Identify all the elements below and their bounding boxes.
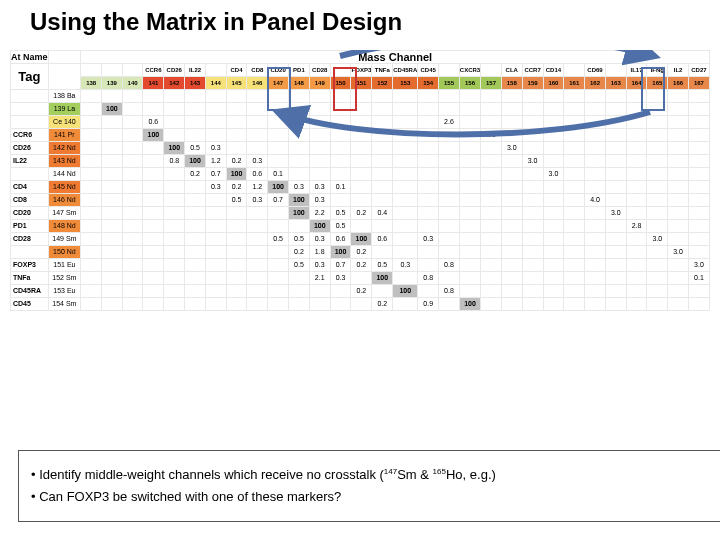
matrix-cell <box>122 284 143 297</box>
matrix-cell: 100 <box>185 154 206 167</box>
matrix-cell <box>605 89 626 102</box>
matrix-cell <box>522 167 543 180</box>
matrix-cell <box>226 102 247 115</box>
matrix-cell <box>81 102 102 115</box>
col-marker: CXCR3 <box>459 63 480 76</box>
matrix-cell <box>164 219 185 232</box>
matrix-cell <box>439 297 460 310</box>
matrix-cell <box>122 245 143 258</box>
col-marker: IL17 <box>626 63 647 76</box>
matrix-cell <box>372 115 393 128</box>
matrix-cell: 2.6 <box>439 115 460 128</box>
matrix-cell <box>247 206 268 219</box>
matrix-cell <box>605 258 626 271</box>
matrix-cell <box>143 219 164 232</box>
matrix-cell <box>393 154 418 167</box>
matrix-cell <box>164 206 185 219</box>
matrix-cell <box>185 284 206 297</box>
matrix-cell <box>226 232 247 245</box>
matrix-cell <box>481 167 502 180</box>
matrix-cell <box>418 102 439 115</box>
col-mass: 140 <box>122 76 143 89</box>
matrix-cell <box>605 115 626 128</box>
matrix-cell <box>289 271 310 284</box>
matrix-cell <box>585 167 606 180</box>
matrix-cell <box>585 115 606 128</box>
col-mass: 153 <box>393 76 418 89</box>
matrix-cell <box>439 193 460 206</box>
matrix-cell <box>668 167 689 180</box>
col-mass: 163 <box>605 76 626 89</box>
matrix-cell <box>268 128 289 141</box>
matrix-cell <box>268 154 289 167</box>
matrix-cell: 0.2 <box>351 206 372 219</box>
matrix-cell <box>543 232 564 245</box>
row-tag: 147 Sm <box>48 206 81 219</box>
matrix-cell: 100 <box>289 193 310 206</box>
matrix-cell <box>205 271 226 284</box>
matrix-cell <box>543 206 564 219</box>
matrix-cell: 0.3 <box>309 232 330 245</box>
matrix-cell <box>439 180 460 193</box>
matrix-cell <box>143 284 164 297</box>
matrix-cell <box>372 245 393 258</box>
matrix-cell <box>122 167 143 180</box>
matrix-cell <box>81 284 102 297</box>
matrix-cell <box>351 115 372 128</box>
table-row: IL22143 Nd0.81001.20.20.33.0 <box>11 154 710 167</box>
matrix-cell: 0.2 <box>226 180 247 193</box>
matrix-cell <box>185 245 206 258</box>
matrix-cell <box>501 297 522 310</box>
matrix-cell <box>330 141 351 154</box>
matrix-cell <box>185 219 206 232</box>
crosstalk-matrix: At NameMass ChannelTagCCR6CD26IL22CD4CD8… <box>10 50 710 311</box>
matrix-cell <box>688 141 709 154</box>
col-mass: 142 <box>164 76 185 89</box>
matrix-cell <box>81 219 102 232</box>
matrix-cell <box>247 115 268 128</box>
matrix-cell <box>501 180 522 193</box>
bullet-1: • Identify middle-weight channels which … <box>31 467 715 483</box>
matrix-cell <box>101 89 122 102</box>
col-mass: 148 <box>289 76 310 89</box>
matrix-cell <box>626 128 647 141</box>
matrix-cell: 0.8 <box>418 271 439 284</box>
notes-box: • Identify middle-weight channels which … <box>18 450 720 522</box>
matrix-cell <box>418 284 439 297</box>
matrix-cell <box>626 245 647 258</box>
matrix-cell <box>626 102 647 115</box>
matrix-cell <box>164 102 185 115</box>
matrix-cell: 0.8 <box>439 284 460 297</box>
matrix-cell <box>143 206 164 219</box>
matrix-cell <box>81 154 102 167</box>
matrix-cell <box>605 167 626 180</box>
matrix-cell: 0.5 <box>289 258 310 271</box>
matrix-cell <box>647 128 668 141</box>
matrix-cell <box>543 258 564 271</box>
matrix-cell <box>688 167 709 180</box>
matrix-cell: 0.3 <box>309 180 330 193</box>
matrix-cell <box>459 206 480 219</box>
matrix-cell <box>101 232 122 245</box>
matrix-cell <box>647 102 668 115</box>
matrix-cell <box>626 271 647 284</box>
matrix-cell: 0.6 <box>372 232 393 245</box>
matrix-cell <box>393 180 418 193</box>
table-row: 150 Nd0.21.81000.23.0 <box>11 245 710 258</box>
matrix-cell <box>585 180 606 193</box>
matrix-cell: 0.7 <box>268 193 289 206</box>
matrix-cell <box>164 284 185 297</box>
matrix-cell <box>605 232 626 245</box>
matrix-cell: 4.0 <box>585 193 606 206</box>
col-marker: CD45 <box>418 63 439 76</box>
matrix-cell: 3.0 <box>543 167 564 180</box>
matrix-cell <box>605 297 626 310</box>
matrix-cell <box>668 232 689 245</box>
matrix-cell <box>143 245 164 258</box>
col-mass: 159 <box>522 76 543 89</box>
matrix-cell <box>372 141 393 154</box>
matrix-cell <box>226 271 247 284</box>
table-row: FOXP3151 Eu0.50.30.70.20.50.30.83.0 <box>11 258 710 271</box>
matrix-cell <box>205 258 226 271</box>
matrix-cell <box>647 180 668 193</box>
